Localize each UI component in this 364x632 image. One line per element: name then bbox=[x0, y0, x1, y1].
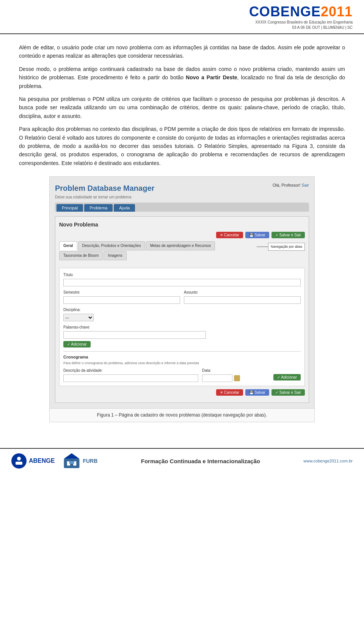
svg-rect-7 bbox=[69, 461, 74, 464]
paragraph-2: Desse modo, o problema antigo continuará… bbox=[19, 65, 345, 90]
pdm-form: Título Semestre Assunto bbox=[59, 268, 305, 386]
semestre-assunto-row: Semestre Assunto bbox=[63, 289, 301, 304]
figure-1: Problem Database Manager Deixe sua criat… bbox=[49, 176, 315, 422]
nav-ajuda[interactable]: Ajuda bbox=[114, 204, 135, 212]
semestre-input[interactable] bbox=[63, 296, 180, 304]
save-button-bottom[interactable]: 💾 Salvar bbox=[245, 389, 269, 396]
main-content: Além de editar, o usuário pode criar um … bbox=[0, 34, 364, 440]
paragraph-4: Para aplicação dos problemas no contexto… bbox=[19, 125, 345, 167]
pdm-logout-link[interactable]: Sair bbox=[301, 183, 309, 187]
save-exit-button-bottom[interactable]: ✓ Salvar e Sair bbox=[271, 389, 305, 396]
pdm-app-subtitle: Deixe sua criatividade se tornar um prob… bbox=[55, 194, 154, 200]
cancel-button-top[interactable]: ✕ Cancelar bbox=[216, 232, 243, 238]
date-input-wrap bbox=[202, 374, 270, 382]
data-col: Data: bbox=[202, 368, 270, 382]
tab-descricao[interactable]: Descrição, Produtos e Orientações bbox=[78, 241, 145, 250]
furb-label: FURB bbox=[83, 458, 97, 464]
footer-website: www.cobenge2011.com.br bbox=[303, 459, 353, 463]
pdm-app-title: Problem Database Manager bbox=[55, 182, 154, 194]
cancel-button-bottom[interactable]: ✕ Cancelar bbox=[216, 389, 243, 396]
semestre-label: Semestre bbox=[63, 289, 180, 296]
tab-geral[interactable]: Geral bbox=[59, 241, 77, 250]
titulo-label: Título bbox=[63, 272, 301, 278]
date-input[interactable] bbox=[202, 374, 232, 382]
descricao-atividade-col: Descrição da atividade: bbox=[63, 368, 198, 382]
cobenge-subtitle: XXXIX Congresso Brasileiro de Educação e… bbox=[255, 20, 353, 30]
figure-caption: Figura 1 – Página de cadastro de novos p… bbox=[50, 408, 314, 422]
nav-annotation: Navegação por abas bbox=[257, 243, 305, 250]
assunto-input[interactable] bbox=[184, 296, 301, 304]
paragraph-3: Na pesquisa por problemas o PDM utiliza … bbox=[19, 95, 345, 120]
tab-metas[interactable]: Metas de aprendizagem e Recursos bbox=[146, 241, 215, 250]
pdm-app-body: Novo Problema ✕ Cancelar 💾 Salvar ✓ Salv… bbox=[55, 216, 309, 403]
pdm-app-screenshot: Problem Database Manager Deixe sua criat… bbox=[50, 177, 314, 408]
pdm-title-block: Problem Database Manager Deixe sua criat… bbox=[55, 182, 154, 200]
semestre-col: Semestre bbox=[63, 289, 180, 304]
assunto-label: Assunto bbox=[184, 289, 301, 296]
pdm-action-bar-bottom: ✕ Cancelar 💾 Salvar ✓ Salvar e Sair bbox=[59, 389, 305, 396]
disciplina-label: Disciplina: bbox=[63, 307, 301, 313]
disciplina-select[interactable]: --- bbox=[63, 314, 94, 321]
cronograma-section: Cronograma Para definir o cronograma do … bbox=[63, 351, 301, 382]
palavras-chave-input[interactable] bbox=[63, 331, 206, 339]
calendar-icon[interactable] bbox=[234, 375, 240, 381]
furb-logo: FURB bbox=[62, 453, 97, 470]
cronograma-title: Cronograma bbox=[63, 354, 301, 361]
nav-problema[interactable]: Problema bbox=[84, 204, 113, 212]
titulo-input[interactable] bbox=[63, 279, 301, 286]
titulo-row: Título bbox=[63, 272, 301, 286]
nav-annotation-label: Navegação por abas bbox=[268, 243, 305, 250]
tab-taxonomia[interactable]: Taxonomia de Bloom bbox=[59, 251, 103, 260]
cronograma-desc: Para definir o cronograma do problema, a… bbox=[63, 360, 301, 366]
disciplina-row: Disciplina: --- bbox=[63, 307, 301, 321]
svg-rect-2 bbox=[16, 462, 22, 465]
abenge-icon bbox=[11, 453, 27, 468]
nav-principal[interactable]: Principal bbox=[56, 204, 83, 212]
add-palavra-button[interactable]: ✓ Adicionar bbox=[63, 341, 91, 347]
svg-marker-4 bbox=[64, 453, 80, 459]
pdm-app-header: Problem Database Manager Deixe sua criat… bbox=[55, 182, 309, 200]
tab-imagens[interactable]: Imagens bbox=[104, 251, 126, 260]
descricao-atividade-input[interactable] bbox=[63, 374, 198, 382]
pdm-action-bar-top: ✕ Cancelar 💾 Salvar ✓ Salvar e Sair bbox=[59, 232, 305, 238]
pdm-section-title: Novo Problema bbox=[59, 220, 305, 229]
cobenge-logo-block: COBENGE2011 XXXIX Congresso Brasileiro d… bbox=[249, 4, 353, 30]
assunto-col: Assunto bbox=[184, 289, 301, 304]
page-footer: ABENGE FURB Formação Continuada e Intern… bbox=[0, 448, 364, 473]
data-label: Data: bbox=[202, 368, 270, 374]
pdm-greeting: Olá, Professor! Sair bbox=[273, 182, 309, 189]
abenge-logo: ABENGE bbox=[11, 453, 55, 468]
svg-point-0 bbox=[13, 454, 25, 467]
footer-logos: ABENGE FURB bbox=[11, 453, 97, 470]
abenge-label: ABENGE bbox=[29, 457, 55, 464]
add-cronograma-col: ✓ Adicionar bbox=[273, 373, 301, 382]
save-exit-button-top[interactable]: ✓ Salvar e Sair bbox=[271, 232, 305, 238]
pdm-tabs: Geral Descrição, Produtos e Orientações … bbox=[59, 241, 254, 260]
descricao-atividade-label: Descrição da atividade: bbox=[63, 368, 198, 374]
cobenge-logo: COBENGE2011 bbox=[249, 4, 353, 20]
pdm-nav-bar: Principal Problema Ajuda bbox=[55, 203, 309, 212]
cronograma-row: Descrição da atividade: Data: bbox=[63, 368, 301, 382]
furb-icon bbox=[62, 453, 81, 470]
paragraph-1: Além de editar, o usuário pode criar um … bbox=[19, 43, 345, 60]
palavras-chave-label: Palavras-chave bbox=[63, 324, 301, 330]
svg-point-1 bbox=[17, 457, 21, 461]
add-cronograma-button[interactable]: ✓ Adicionar bbox=[273, 374, 301, 380]
page-header: COBENGE2011 XXXIX Congresso Brasileiro d… bbox=[0, 0, 364, 34]
save-button-top[interactable]: 💾 Salvar bbox=[245, 232, 269, 238]
palavras-chave-row: Palavras-chave ✓ Adicionar bbox=[63, 324, 301, 348]
footer-center-text: Formação Continuada e Internacionalizaçã… bbox=[141, 458, 260, 464]
